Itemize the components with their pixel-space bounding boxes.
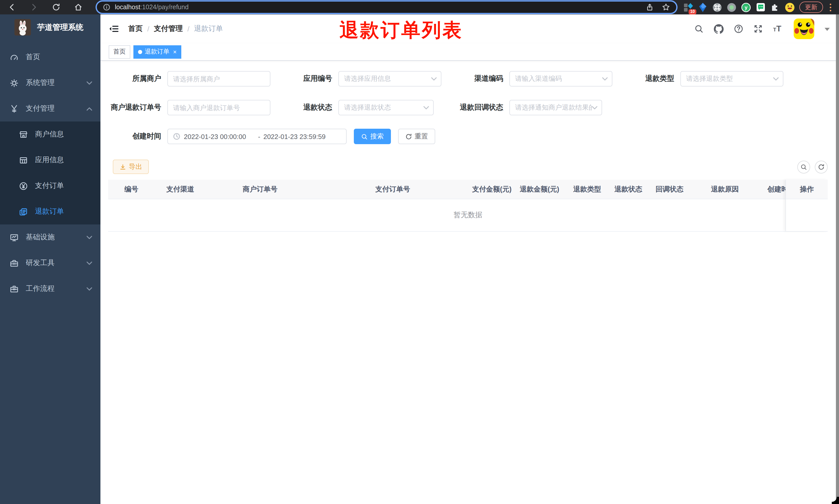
font-size-icon[interactable]: TT: [773, 25, 781, 33]
screen: localhost:1024/pay/refund 10 y 更新: [0, 0, 839, 504]
page-content: 所属商户 应用编号 请选择应用信息 渠道编码 请输入渠道编码: [101, 61, 839, 232]
reset-button[interactable]: 重置: [398, 129, 435, 144]
close-icon[interactable]: ×: [173, 48, 177, 55]
app-logo-row[interactable]: 芋道管理系统: [0, 14, 101, 40]
filter-create-time: 创建时间 2022-01-23 00:00:00 - 2022-01-23 23…: [106, 129, 346, 144]
chevron-down-icon: [773, 77, 779, 80]
tag-label: 首页: [113, 47, 126, 56]
site-info-icon[interactable]: [103, 4, 110, 11]
extension-command-icon[interactable]: [712, 2, 722, 12]
merchant-input[interactable]: [167, 71, 270, 87]
refresh-button[interactable]: [815, 160, 828, 173]
filter-label: 所属商户: [106, 74, 167, 84]
breadcrumb-home[interactable]: 首页: [128, 24, 143, 34]
url-bar[interactable]: localhost:1024/pay/refund: [97, 2, 676, 13]
extension-badge: 10: [689, 9, 696, 14]
filter-row-1: 所属商户 应用编号 请选择应用信息 渠道编码 请输入渠道编码: [106, 71, 839, 87]
url-host: localhost: [115, 4, 140, 11]
reload-icon[interactable]: [52, 3, 61, 12]
extension-chat-icon[interactable]: [756, 2, 766, 12]
extension-record-icon[interactable]: [727, 2, 737, 12]
refund-table: 编号 支付渠道 商户订单号 支付订单号 支付金额(元) 退款金额(元) 退款类型…: [108, 180, 828, 232]
merchant-refund-no-input[interactable]: [167, 100, 270, 115]
tag-refund-order[interactable]: 退款订单 ×: [133, 45, 181, 58]
toolbox-icon: [9, 259, 19, 267]
sidebar-item-workflow[interactable]: 工作流程: [0, 276, 101, 302]
url-text: localhost:1024/pay/refund: [115, 4, 189, 11]
sidebar-item-pay[interactable]: 支付管理: [0, 96, 101, 122]
avatar-caret-icon[interactable]: [825, 28, 830, 33]
sidebar-item-merchant-info[interactable]: 商户信息: [0, 122, 101, 147]
chevron-down-icon: [602, 77, 608, 80]
app-logo-rabbit: [14, 19, 31, 36]
callback-status-select[interactable]: 请选择通知商户退款结果的回调状态: [510, 100, 602, 115]
back-icon[interactable]: [7, 3, 17, 12]
chevron-down-icon: [87, 287, 92, 291]
forward-icon[interactable]: [29, 3, 39, 12]
browser-toolbar: localhost:1024/pay/refund 10 y 更新: [0, 0, 839, 14]
briefcase-icon: [9, 284, 19, 293]
col-callback-status: 回调状态: [649, 184, 690, 194]
col-refund-reason: 退款原因: [690, 184, 760, 194]
chevron-up-icon: [87, 107, 92, 110]
refund-type-select[interactable]: 请选择退款类型: [680, 71, 783, 87]
filter-app-id: 应用编号 请选择应用信息: [276, 71, 448, 87]
chevron-down-icon: [431, 77, 437, 80]
sidebar-item-label: 研发工具: [26, 258, 55, 268]
sidebar-item-system[interactable]: 系统管理: [0, 70, 101, 96]
refund-order-icon: [19, 207, 28, 216]
sidebar-item-label: 退款订单: [35, 207, 64, 216]
col-action: 操作: [786, 180, 828, 199]
window-scrollbar[interactable]: [836, 14, 839, 504]
fullscreen-icon[interactable]: [753, 24, 763, 34]
sidebar-item-home[interactable]: 首页: [0, 44, 101, 70]
home-icon[interactable]: [74, 3, 83, 12]
col-refund-amount: 退款金额(元): [513, 184, 567, 194]
sidebar-item-infra[interactable]: 基础设施: [0, 224, 101, 250]
sidebar-toggle-icon[interactable]: [109, 24, 119, 34]
sidebar-item-label: 支付订单: [35, 181, 64, 191]
tag-label: 退款订单: [145, 47, 169, 56]
filter-label: 创建时间: [106, 132, 167, 141]
browser-update-button[interactable]: 更新: [799, 2, 823, 13]
empty-text: 暂无数据: [453, 211, 482, 220]
col-refund-type: 退款类型: [567, 184, 608, 194]
export-button[interactable]: 导出: [113, 160, 149, 174]
sidebar-item-refund-order[interactable]: 退款订单: [0, 199, 101, 224]
table-header-row: 编号 支付渠道 商户订单号 支付订单号 支付金额(元) 退款金额(元) 退款类型…: [108, 180, 828, 199]
breadcrumb-pay[interactable]: 支付管理: [154, 24, 183, 34]
clock-icon: [173, 133, 180, 140]
extensions-area: 10 y 更新: [683, 2, 834, 13]
sidebar-item-app-info[interactable]: 应用信息: [0, 147, 101, 173]
extension-puzzle-icon[interactable]: [770, 2, 780, 12]
bookmark-star-icon[interactable]: [662, 3, 670, 11]
export-button-label: 导出: [129, 162, 142, 172]
tag-home[interactable]: 首页: [109, 45, 130, 58]
window-corner: [832, 497, 839, 504]
date-range-input[interactable]: 2022-01-23 00:00:00 - 2022-01-23 23:59:5…: [167, 129, 346, 144]
toggle-search-button[interactable]: [797, 160, 810, 173]
extension-emoji-icon[interactable]: [785, 2, 795, 12]
chevron-down-icon: [87, 235, 92, 239]
table-toolbar: 导出: [106, 160, 839, 174]
extension-yuque-icon[interactable]: y: [742, 2, 751, 12]
sidebar: 芋道管理系统 首页 系统管理 支付管理 商户信息: [0, 14, 101, 504]
help-icon[interactable]: [734, 24, 743, 34]
browser-menu-icon[interactable]: [830, 3, 832, 11]
sidebar-item-devtools[interactable]: 研发工具: [0, 250, 101, 276]
filter-label: 退款回调状态: [448, 103, 510, 112]
share-icon[interactable]: [646, 3, 654, 11]
extension-grid-icon[interactable]: 10: [683, 2, 693, 12]
search-button[interactable]: 搜索: [354, 129, 391, 144]
github-icon[interactable]: [714, 24, 724, 34]
search-icon[interactable]: [694, 24, 703, 34]
app-id-select[interactable]: 请选择应用信息: [338, 71, 441, 87]
sidebar-item-pay-order[interactable]: 支付订单: [0, 173, 101, 199]
chevron-down-icon: [87, 261, 92, 265]
avatar[interactable]: [794, 19, 814, 39]
date-separator: -: [255, 132, 264, 140]
extension-kite-icon[interactable]: [698, 2, 708, 12]
refund-status-select[interactable]: 请选择退款状态: [338, 100, 434, 115]
channel-code-select[interactable]: 请输入渠道编码: [510, 71, 612, 87]
table-empty-block: 暂无数据: [108, 199, 828, 231]
